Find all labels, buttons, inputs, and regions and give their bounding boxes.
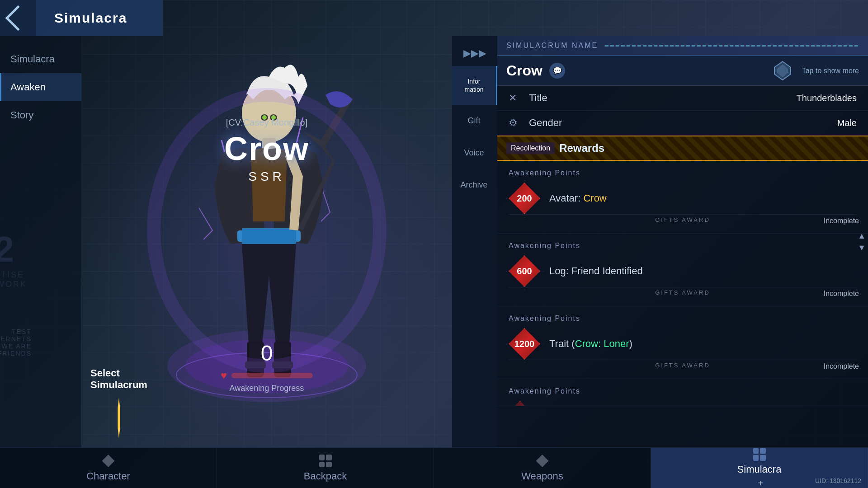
info-panel: SIMULACRUM NAME Crow 💬 Tap to show more … (497, 36, 868, 447)
scroll-up-arrow[interactable]: ▲ (858, 231, 866, 241)
simulacra-nav-icon (751, 448, 767, 461)
vtab-arrows: ▶▶▶ (461, 41, 489, 66)
reward-desc-600: Log: Friend Identified (549, 265, 857, 277)
title-label: Title (529, 92, 790, 104)
scroll-down-arrow[interactable]: ▼ (858, 243, 866, 253)
watermark-friends: WE ARE FRIENDS (0, 343, 32, 357)
gifts-award-600: GIFTS AWARD (509, 287, 857, 298)
vtabs: ▶▶▶ Information Gift Voice Archive (452, 36, 497, 447)
bottom-nav-character[interactable]: Character (0, 448, 217, 488)
awaken-bar-container: ♥ (221, 369, 313, 382)
diamond-frame-4: ▲ (509, 401, 531, 406)
portrait-bg-5: ⚡ (119, 399, 120, 437)
sim-grid-cell-3 (753, 455, 759, 461)
watermark-internets: INTERNETS (0, 335, 32, 343)
grid-cell-1 (319, 455, 325, 460)
reward-highlight-200: Crow (583, 192, 606, 204)
network-badge: 02 SCINTISE NETWORK (0, 229, 27, 289)
reward-body-200: 200 Avatar: Crow (509, 183, 857, 214)
chat-icon[interactable]: 💬 (549, 63, 565, 79)
grid-cell-4 (326, 462, 332, 468)
grid-cell-3 (319, 462, 325, 468)
reward-highlight-1200: Crow: Loner (575, 338, 629, 349)
main-content: [CV:Casey Mongillo] Crow SSR (0, 36, 868, 447)
diamond-shape-600: 600 (509, 255, 540, 287)
backpack-nav-label: Backpack (304, 470, 347, 482)
scroll-indicator: ▲ ▼ (858, 231, 866, 253)
backpack-nav-icon (317, 454, 333, 468)
reward-header-4: Awakening Points (509, 387, 857, 395)
portrait-5-active[interactable]: ⚡ (118, 398, 120, 438)
simulacra-nav-label: Simulacra (737, 464, 782, 475)
watermark: TEST INTERNETS WE ARE FRIENDS (0, 328, 32, 357)
char-name-area: [CV:Casey Mongillo] Crow SSR (224, 117, 309, 184)
diamond-frame-600: 600 (509, 255, 540, 287)
sim-bar-decoration (605, 45, 859, 47)
vtab-voice[interactable]: Voice (452, 137, 497, 169)
incomplete-badge-200: Incomplete (824, 217, 859, 225)
character-diamond-icon (102, 455, 115, 467)
weapons-nav-label: Weapons (521, 470, 563, 482)
vtab-archive[interactable]: Archive (452, 169, 497, 201)
backpack-grid-icon (319, 455, 332, 467)
character-area: [CV:Casey Mongillo] Crow SSR (81, 36, 452, 447)
bottom-nav-weapons[interactable]: Weapons (434, 448, 651, 488)
simulacrum-header: SIMULACRUM NAME (497, 36, 868, 56)
incomplete-badge-1200: Incomplete (824, 362, 859, 371)
grid-cell-2 (326, 455, 332, 460)
back-button[interactable] (0, 0, 36, 36)
vtab-gift[interactable]: Gift (452, 105, 497, 137)
weapons-diamond-icon (536, 455, 549, 467)
gifts-award-1200: GIFTS AWARD (509, 360, 857, 371)
crystal-icon (774, 61, 792, 81)
diamond-shape-4: ▲ (509, 401, 531, 406)
title-value: Thunderblades (797, 93, 857, 103)
reward-desc-post: ) (629, 338, 632, 349)
diamond-frame-200: 200 (509, 183, 540, 214)
header-title-box: Simulacra (36, 0, 163, 36)
title-icon: ✕ (509, 92, 522, 104)
sim-grid-cell-4 (760, 455, 766, 461)
bottom-nav-backpack[interactable]: Backpack (217, 448, 434, 488)
uid-display: UID: 130162112 (815, 477, 861, 484)
sim-grid-cell-2 (760, 448, 766, 454)
gender-value: Male (837, 118, 857, 128)
gender-label: Gender (529, 117, 830, 129)
weapons-nav-icon (534, 454, 550, 468)
vtab-information[interactable]: Information (452, 66, 497, 105)
header-title: Simulacra (54, 10, 127, 26)
awakening-label: Awakening Progress (221, 384, 313, 393)
sim-grid-cell-1 (753, 448, 759, 454)
tap-more[interactable]: Tap to show more (802, 67, 859, 75)
gender-icon: ⚙ (509, 117, 522, 129)
sim-name-row: Crow 💬 Tap to show more (497, 56, 868, 86)
simulacra-grid-icon (753, 448, 766, 461)
reward-body-1200: 1200 Trait (Crow: Loner) (509, 328, 857, 360)
awakening-bar (231, 373, 313, 378)
watermark-test: TEST (0, 328, 32, 335)
reward-desc-200: Avatar: Crow (549, 192, 857, 204)
reward-card-1200: Awakening Points 1200 Trait (Crow: Loner… (497, 306, 868, 379)
diamond-shape-200: 200 (509, 183, 540, 214)
reward-header-200: Awakening Points (509, 169, 857, 177)
incomplete-badge-600: Incomplete (824, 290, 859, 298)
char-rarity: SSR (224, 169, 309, 184)
svg-rect-5 (242, 228, 296, 244)
badge-sub2: NETWORK (0, 280, 27, 289)
reward-body-4: ▲ (509, 401, 857, 406)
sim-name: Crow (506, 62, 542, 79)
char-name: Crow (224, 130, 309, 167)
reward-header-1200: Awakening Points (509, 314, 857, 323)
reward-desc-text-600: Log: Friend Identified (549, 265, 643, 277)
diamond-frame-1200: 1200 (509, 328, 540, 360)
character-nav-label: Character (86, 470, 130, 482)
info-row-gender: ⚙ Gender Male (497, 111, 868, 136)
diamond-shape-1200: 1200 (509, 328, 540, 360)
reward-desc-pre: Trait ( (549, 338, 575, 349)
reward-card-200: Awakening Points 200 Avatar: Crow (497, 161, 868, 234)
bottom-nav: Character Backpack Weapons Simula (0, 447, 868, 488)
badge-sub: SCINTISE (0, 270, 27, 280)
reward-body-600: 600 Log: Friend Identified (509, 255, 857, 287)
sim-header-label: SIMULACRUM NAME (506, 42, 598, 50)
character-nav-icon (100, 454, 116, 468)
